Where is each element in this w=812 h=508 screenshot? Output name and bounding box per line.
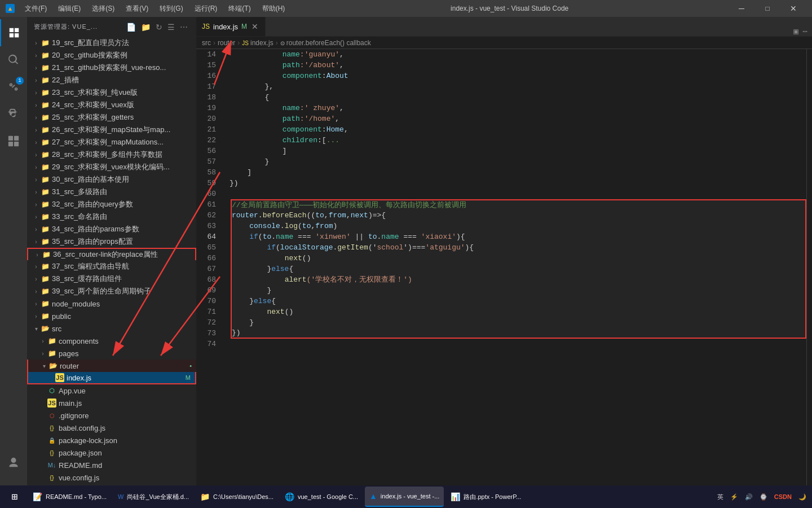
tree-item-readme.md[interactable]: M↓README.md — [27, 459, 196, 471]
taskbar-chrome[interactable]: 🌐 vue_test - Google C... — [280, 487, 363, 507]
new-folder-icon[interactable]: 📁 — [140, 21, 152, 33]
tree-item-package-lock.json[interactable]: 🔒package-lock.json — [27, 434, 196, 446]
tree-item-22_插槽[interactable]: ›📁22_插槽 — [27, 74, 196, 86]
activity-debug[interactable] — [0, 100, 27, 128]
start-button[interactable]: ⊞ — [3, 487, 26, 507]
refresh-icon[interactable]: ↻ — [155, 21, 164, 33]
activity-source-control[interactable]: 1 — [0, 73, 27, 100]
activity-search[interactable] — [0, 46, 27, 73]
breadcrumb-file[interactable]: JSindex.js — [242, 39, 273, 47]
tree-item-index.js[interactable]: JSindex.jsM — [27, 372, 196, 384]
folder-arrow: › — [32, 177, 41, 183]
line-number-74: 74 — [196, 339, 222, 349]
menu-goto[interactable]: 转到(G) — [154, 0, 188, 17]
split-editor-icon[interactable]: ▣ — [793, 27, 798, 36]
taskbar-vscode[interactable]: ▲ index.js - vue_test -... — [365, 487, 444, 507]
code-content[interactable]: name:'guanyu', path:'/about', component:… — [227, 49, 806, 496]
maximize-button[interactable]: □ — [754, 0, 780, 17]
tab-index-js[interactable]: JS index.js M ✕ — [196, 17, 266, 36]
activity-account[interactable] — [0, 449, 27, 476]
tree-item-38_src_缓存路由组件[interactable]: ›📁38_src_缓存路由组件 — [27, 273, 196, 285]
token: to — [263, 231, 272, 242]
token: else — [271, 264, 289, 274]
tree-item-27_src_求和案例_mapmutat[interactable]: ›📁27_src_求和案例_mapMutations... — [27, 136, 196, 148]
tree-item-26_src_求和案例_mapstate[interactable]: ›📁26_src_求和案例_mapState与map... — [27, 124, 196, 136]
menu-run[interactable]: 远行(R) — [189, 0, 223, 17]
line-number-18: 18 — [196, 92, 222, 103]
tree-item-39_src_两个新的生命周期钩子[interactable]: ›📁39_src_两个新的生命周期钩子 — [27, 285, 196, 297]
breadcrumb-src[interactable]: src — [202, 39, 211, 47]
tree-item-35_src_路由的props配置[interactable]: ›📁35_src_路由的props配置 — [27, 235, 196, 248]
tree-item-37_src_编程式路由导航[interactable]: ›📁37_src_编程式路由导航 — [27, 260, 196, 273]
word-icon: W — [118, 493, 123, 500]
token — [232, 274, 285, 285]
tree-item-23_src_求和案例_纯vue版[interactable]: ›📁23_src_求和案例_纯vue版 — [27, 86, 196, 99]
breadcrumb-router[interactable]: router — [218, 39, 235, 47]
tree-item-app.vue[interactable]: ⬡App.vue — [27, 384, 196, 397]
code-line-58: ] — [230, 167, 806, 178]
tree-item-32_src_路由的query参数[interactable]: ›📁32_src_路由的query参数 — [27, 198, 196, 211]
token: } — [232, 285, 271, 296]
taskbar-readme[interactable]: 📝 README.md - Typo... — [28, 487, 111, 507]
tree-item-30_src_路由的基本使用[interactable]: ›📁30_src_路由的基本使用 — [27, 173, 196, 186]
tree-item-main.js[interactable]: JSmain.js — [27, 397, 196, 409]
tree-item-babel.config.js[interactable]: {}babel.config.js — [27, 422, 196, 434]
tree-item-node_modules[interactable]: ›📁node_modules — [27, 297, 196, 310]
menu-view[interactable]: 查看(V) — [120, 0, 154, 17]
tree-item-21_src_github搜索案例_vu[interactable]: ›📁21_src_github搜索案例_vue-reso... — [27, 62, 196, 74]
tree-item-36_src_router-link的r[interactable]: ›📁36_src_router-link的replace属性 — [27, 248, 196, 260]
activity-explorer[interactable] — [0, 19, 27, 46]
tree-item-34_src_路由的params参数[interactable]: ›📁34_src_路由的params参数 — [27, 223, 196, 235]
tree-item-public[interactable]: ›📁public — [27, 310, 196, 322]
more-icon[interactable]: ⋯ — [179, 21, 189, 33]
tree-item-33_src_命名路由[interactable]: ›📁33_src_命名路由 — [27, 211, 196, 223]
tree-item-src[interactable]: ▾📂src — [27, 322, 196, 335]
tab-filename: index.js — [213, 23, 238, 31]
token: from — [315, 221, 333, 231]
tree-item-24_src_求和案例_vuex版[interactable]: ›📁24_src_求和案例_vuex版 — [27, 99, 196, 111]
tree-item-29_src_求和案例_vuex模块化编[interactable]: ›📁29_src_求和案例_vuex模块化编码... — [27, 161, 196, 173]
tree-item-components[interactable]: ›📁components — [27, 335, 196, 347]
close-button[interactable]: ✕ — [780, 0, 806, 17]
menu-help[interactable]: 帮助(H) — [257, 0, 291, 17]
tree-item-vue.config.js[interactable]: {}vue.config.js — [27, 471, 196, 484]
menu-terminal[interactable]: 终端(T) — [223, 0, 256, 17]
token: ———初始化的时候被调用、每次路由切换之前被调用 — [299, 200, 466, 211]
more-actions-icon[interactable]: ⋯ — [803, 27, 807, 36]
minimize-button[interactable]: ─ — [729, 0, 754, 17]
menu-file[interactable]: 文件(F) — [19, 0, 52, 17]
moon-icon[interactable]: 🌙 — [796, 493, 809, 501]
activity-extensions[interactable] — [0, 128, 27, 155]
tab-close-button[interactable]: ✕ — [250, 21, 259, 32]
tree-item-package.json[interactable]: {}package.json — [27, 446, 196, 459]
item-name: node_modules — [52, 300, 100, 308]
csdn-label[interactable]: CSDN — [772, 493, 794, 500]
breadcrumb-symbol[interactable]: ⊙router.beforeEach() callback — [280, 39, 371, 47]
tree-item-.gitignore[interactable]: ⬡.gitignore — [27, 409, 196, 422]
taskbar-explorer[interactable]: 📁 C:\Users\tianyu\Des... — [196, 487, 278, 507]
token: localStorage — [280, 242, 333, 253]
tree-item-20_src_github搜索案例[interactable]: ›📁20_src_github搜索案例 — [27, 49, 196, 62]
menu-select[interactable]: 选择(S) — [86, 0, 120, 17]
menu-edit[interactable]: 编辑(E) — [52, 0, 86, 17]
token: console — [249, 221, 280, 231]
code-editor[interactable]: 1415161718192021225657585960616263646566… — [196, 49, 812, 496]
tree-item-pages[interactable]: ›📁pages — [27, 347, 196, 360]
collapse-icon[interactable]: ☰ — [166, 21, 176, 33]
tree-item-31_src_多级路由[interactable]: ›📁31_src_多级路由 — [27, 186, 196, 198]
taskbar-word[interactable]: W 尚硅谷_Vue全家桶.d... — [113, 487, 193, 507]
tree-item-19_src_配直自理员方法[interactable]: ›📁19_src_配直自理员方法 — [27, 37, 196, 49]
lightning-icon[interactable]: ⚡ — [728, 493, 740, 501]
folder-arrow: › — [32, 214, 41, 220]
sound-icon[interactable]: 🔊 — [743, 493, 755, 501]
time-display[interactable]: ⌚ — [757, 493, 770, 501]
menu-bar: 文件(F) 编辑(E) 选择(S) 查看(V) 转到(G) 远行(R) 终端(T… — [19, 0, 290, 17]
token — [232, 231, 249, 242]
token: (' — [368, 242, 377, 253]
taskbar-powerpoint[interactable]: 📊 路由.pptx - PowerP... — [446, 487, 526, 507]
tree-item-25_src_求和案例_getters[interactable]: ›📁25_src_求和案例_getters — [27, 111, 196, 124]
tree-item-router[interactable]: ▾📂router• — [27, 360, 196, 372]
language-indicator[interactable]: 英 — [715, 493, 726, 501]
new-file-icon[interactable]: 📄 — [125, 21, 138, 33]
tree-item-28_src_求和案例_多组件共享数据[interactable]: ›📁28_src_求和案例_多组件共享数据 — [27, 148, 196, 161]
